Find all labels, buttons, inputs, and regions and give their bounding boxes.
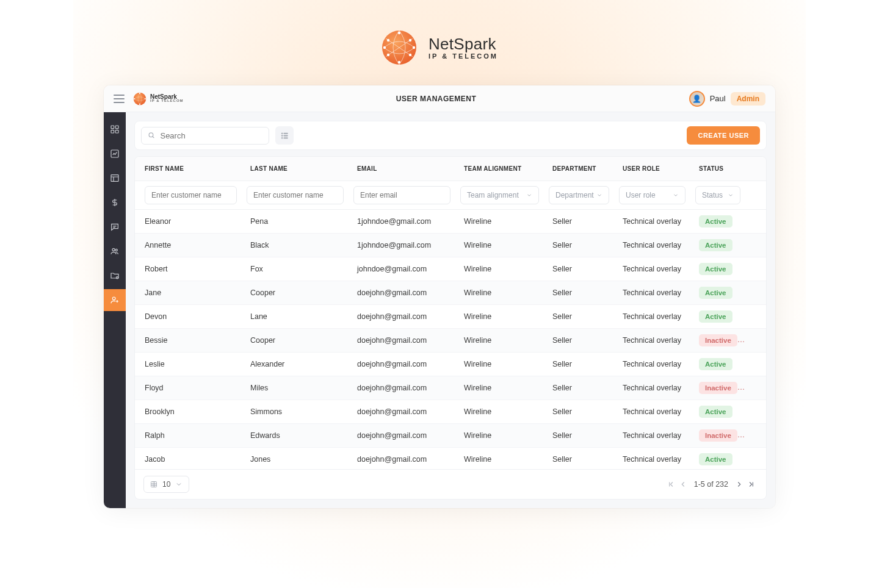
filter-last-name[interactable]: [247, 186, 344, 204]
svg-point-12: [145, 98, 146, 99]
table-cell: doejohn@gmail.com: [349, 450, 455, 469]
pager-first[interactable]: [665, 478, 677, 490]
sidebar-item-folder[interactable]: [104, 265, 126, 287]
filter-email[interactable]: [353, 186, 450, 204]
pager-next[interactable]: [733, 478, 745, 490]
search-input[interactable]: [160, 131, 262, 140]
svg-point-4: [409, 54, 411, 56]
search-input-wrap[interactable]: [141, 127, 269, 145]
col-email[interactable]: EMAIL: [349, 157, 455, 181]
table-cell: Wireline: [455, 450, 544, 469]
sidebar-item-user-management[interactable]: [104, 289, 126, 311]
sidebar-item-analytics[interactable]: [104, 143, 126, 165]
table-cell: Technical overlay: [614, 307, 690, 326]
table-cell: Seller: [544, 450, 614, 469]
table-cell: Alexander: [242, 354, 349, 374]
table-row[interactable]: JacobJonesdoejohn@gmail.comWirelineSelle…: [135, 448, 766, 469]
svg-rect-15: [115, 126, 118, 129]
status-badge: Active: [699, 287, 733, 299]
filter-dept[interactable]: Department: [549, 186, 609, 204]
grid-icon: [150, 481, 157, 488]
table-row[interactable]: RobertFoxjohndoe@gmail.comWirelineSeller…: [135, 257, 766, 281]
table-row[interactable]: EleanorPena1johndoe@gmail.comWirelineSel…: [135, 210, 766, 234]
search-icon: [148, 131, 155, 140]
hamburger-icon[interactable]: [114, 95, 125, 103]
table-row[interactable]: FloydMilesdoejohn@gmail.comWirelineSelle…: [135, 376, 766, 400]
svg-point-2: [409, 39, 411, 41]
table-cell: doejohn@gmail.com: [349, 307, 455, 326]
table-row[interactable]: BrooklynSimmonsdoejohn@gmail.comWireline…: [135, 400, 766, 424]
svg-point-25: [281, 132, 283, 134]
avatar[interactable]: 👤: [689, 91, 705, 107]
table-cell: Edwards: [242, 426, 349, 445]
list-view-toggle[interactable]: [275, 126, 294, 145]
filter-team[interactable]: Team alignment: [460, 186, 539, 204]
svg-point-1: [387, 39, 389, 41]
table-row[interactable]: RalphEdwardsdoejohn@gmail.comWirelineSel…: [135, 424, 766, 448]
sidebar-item-billing[interactable]: [104, 192, 126, 213]
brand-tagline: IP & TELECOM: [429, 52, 498, 60]
table-row[interactable]: JaneCooperdoejohn@gmail.comWirelineSelle…: [135, 281, 766, 305]
col-role[interactable]: USER ROLE: [614, 157, 690, 181]
page-info: 1-5 of 232: [694, 480, 728, 489]
table-row[interactable]: AnnetteBlack1johndoe@gmail.comWirelineSe…: [135, 234, 766, 257]
status-cell: Active: [690, 353, 745, 376]
status-badge: Inactive: [699, 429, 737, 442]
svg-point-23: [112, 297, 115, 300]
pager: 10 1-5 of 232: [135, 469, 766, 499]
table-cell: Seller: [544, 331, 614, 350]
table-cell: Fox: [242, 259, 349, 279]
table-cell: Technical overlay: [614, 331, 690, 350]
table-cell: Wireline: [455, 307, 544, 326]
table-cell: doejohn@gmail.com: [349, 283, 455, 303]
sidebar-item-chat[interactable]: [104, 216, 126, 238]
col-dept[interactable]: DEPARTMENT: [544, 157, 614, 181]
chevron-down-icon: [175, 481, 183, 488]
col-team[interactable]: TEAM ALIGNMENT: [455, 157, 544, 181]
table-cell: Seller: [544, 426, 614, 445]
sidebar: [104, 112, 126, 508]
pager-last[interactable]: [745, 478, 758, 490]
table-cell: Wireline: [455, 426, 544, 445]
table-cell: Technical overlay: [614, 259, 690, 279]
chevron-down-icon: [596, 192, 602, 198]
table-row[interactable]: DevonLanedoejohn@gmail.comWirelineSeller…: [135, 305, 766, 329]
table-cell: Floyd: [135, 378, 242, 398]
table-cell: Brooklyn: [135, 402, 242, 421]
app-window: NetSpark IP & TELECOM USER MANAGEMENT 👤 …: [104, 85, 775, 508]
table-row[interactable]: LeslieAlexanderdoejohn@gmail.comWireline…: [135, 353, 766, 376]
status-cell: Active: [690, 210, 745, 233]
table-cell: Jones: [242, 450, 349, 469]
table-row[interactable]: BessieCooperdoejohn@gmail.comWirelineSel…: [135, 329, 766, 353]
table-cell: Cooper: [242, 331, 349, 350]
sidebar-item-people[interactable]: [104, 240, 126, 262]
filter-first-name[interactable]: [145, 186, 237, 204]
chevron-down-icon: [526, 192, 532, 198]
table-cell: doejohn@gmail.com: [349, 378, 455, 398]
svg-point-27: [281, 135, 283, 136]
table-cell: Seller: [544, 354, 614, 374]
svg-point-29: [281, 137, 283, 138]
sidebar-item-table[interactable]: [104, 167, 126, 189]
sidebar-item-dashboard[interactable]: [104, 118, 126, 140]
table-cell: Technical overlay: [614, 212, 690, 231]
page-size-select[interactable]: 10: [143, 476, 189, 493]
col-first-name[interactable]: FIRST NAME: [135, 157, 242, 181]
table-cell: Eleanor: [135, 212, 242, 231]
table-cell: Wireline: [455, 354, 544, 374]
table-cell: Wireline: [455, 283, 544, 303]
status-cell: Inactive: [690, 329, 745, 352]
table-cell: Jane: [135, 283, 242, 303]
table-cell: Leslie: [135, 354, 242, 374]
filter-role[interactable]: User role: [619, 186, 685, 204]
table-body: EleanorPena1johndoe@gmail.comWirelineSel…: [135, 210, 766, 469]
table-cell: doejohn@gmail.com: [349, 354, 455, 374]
app-header: NetSpark IP & TELECOM USER MANAGEMENT 👤 …: [104, 85, 775, 112]
status-cell: Active: [690, 305, 745, 328]
pager-prev[interactable]: [677, 478, 689, 490]
create-user-button[interactable]: CREATE USER: [687, 126, 760, 145]
col-last-name[interactable]: LAST NAME: [242, 157, 349, 181]
filter-status[interactable]: Status: [695, 186, 740, 204]
col-status[interactable]: STATUS: [690, 157, 745, 181]
table-cell: Devon: [135, 307, 242, 326]
